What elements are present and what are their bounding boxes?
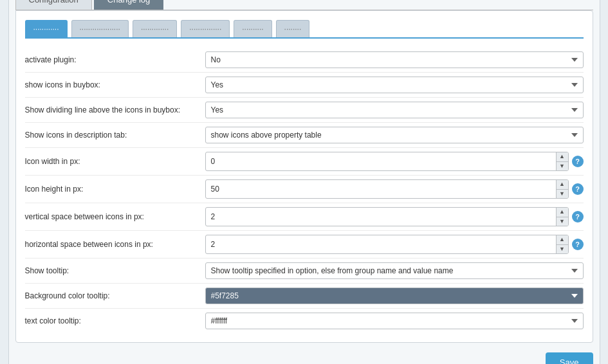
help-icon-horizontal_space[interactable]: ?	[572, 239, 584, 250]
spin-down-icon_height[interactable]: ▼	[557, 189, 568, 198]
help-icon-icon_width[interactable]: ?	[572, 156, 584, 167]
form-row-show_icons_description: Show icons in description tab:show icons…	[25, 123, 584, 148]
spin-up-horizontal_space[interactable]: ▲	[557, 235, 568, 244]
form-row-horizontal_space: horizontal space between icons in px:▲▼?	[25, 231, 584, 259]
form-row-activate_plugin: activate plugin:NoYes	[25, 48, 584, 73]
label-horizontal_space: horizontal space between icons in px:	[25, 240, 205, 249]
form-row-icon_width: Icon width in px:▲▼?	[25, 148, 584, 176]
control-wrap-activate_plugin: NoYes	[205, 51, 584, 68]
spin-buttons-horizontal_space: ▲▼	[556, 235, 568, 253]
spin-down-horizontal_space[interactable]: ▼	[557, 244, 568, 253]
label-icon_width: Icon width in px:	[25, 157, 205, 166]
tab-changelog[interactable]: Change log	[94, 0, 164, 10]
select-show_tooltip[interactable]: Show tooltip specified in option, else f…	[205, 262, 584, 279]
control-wrap-icon_width: ▲▼?	[205, 152, 584, 171]
spin-up-icon_height[interactable]: ▲	[557, 180, 568, 189]
save-button[interactable]: Save	[546, 352, 593, 365]
label-text_color_tooltip: text color tooltip:	[25, 316, 205, 325]
spin-buttons-icon_width: ▲▼	[556, 152, 568, 170]
control-wrap-vertical_space: ▲▼?	[205, 207, 584, 226]
spin-down-vertical_space[interactable]: ▼	[557, 217, 568, 226]
select-text_color_tooltip[interactable]: #ffffff	[205, 313, 584, 329]
number-wrap-vertical_space: ▲▼	[205, 207, 569, 226]
number-wrap-horizontal_space: ▲▼	[205, 235, 569, 254]
sub-tab-3[interactable]: ·············	[133, 20, 177, 37]
control-wrap-show_tooltip: Show tooltip specified in option, else f…	[205, 262, 584, 279]
form-row-show_tooltip: Show tooltip:Show tooltip specified in o…	[25, 259, 584, 284]
label-activate_plugin: activate plugin:	[25, 55, 205, 64]
form-row-show_dividing_line: Show dividing line above the icons in bu…	[25, 98, 584, 123]
help-icon-vertical_space[interactable]: ?	[572, 211, 584, 223]
spin-buttons-icon_height: ▲▼	[556, 180, 568, 198]
label-vertical_space: vertical space between icons in px:	[25, 212, 205, 221]
select-show_icons_description[interactable]: show icons above property tableNoYes	[205, 127, 584, 143]
spin-up-vertical_space[interactable]: ▲	[557, 208, 568, 217]
sub-tab-2[interactable]: ···················	[71, 20, 129, 37]
label-bg_color_tooltip: Background color tooltip:	[25, 291, 205, 300]
control-wrap-show_icons_description: show icons above property tableNoYes	[205, 127, 584, 143]
select-activate_plugin[interactable]: NoYes	[205, 51, 584, 68]
number-input-icon_height[interactable]	[206, 181, 556, 197]
tab-configuration[interactable]: Configuration	[15, 0, 92, 10]
label-show_icons_description: Show icons in description tab:	[25, 131, 205, 140]
form-rows: activate plugin:NoYesshow icons in buybo…	[25, 48, 584, 333]
form-row-show_icons_buybox: show icons in buybox:YesNo	[25, 73, 584, 98]
control-wrap-show_icons_buybox: YesNo	[205, 77, 584, 93]
form-row-bg_color_tooltip: Background color tooltip:#5f7285	[25, 284, 584, 309]
label-show_tooltip: Show tooltip:	[25, 266, 205, 275]
select-show_dividing_line[interactable]: YesNo	[205, 102, 584, 118]
control-wrap-horizontal_space: ▲▼?	[205, 235, 584, 254]
number-input-vertical_space[interactable]	[206, 209, 556, 224]
sub-tab-4[interactable]: ···············	[181, 20, 230, 37]
spin-up-icon_width[interactable]: ▲	[557, 152, 568, 161]
sub-tab-1[interactable]: ············	[25, 20, 68, 37]
sub-tabs: ············ ··················· ·······…	[25, 20, 584, 39]
spin-down-icon_width[interactable]: ▼	[557, 161, 568, 170]
outer-container: Configuration Change log ············ ··…	[8, 0, 600, 364]
sub-tab-6[interactable]: ········	[276, 20, 310, 37]
form-row-icon_height: Icon height in px:▲▼?	[25, 176, 584, 203]
label-show_dividing_line: Show dividing line above the icons in bu…	[25, 105, 205, 114]
sub-tab-5[interactable]: ··········	[234, 20, 272, 37]
number-input-horizontal_space[interactable]	[206, 237, 556, 252]
number-wrap-icon_width: ▲▼	[205, 152, 569, 171]
form-row-text_color_tooltip: text color tooltip:#ffffff	[25, 309, 584, 333]
main-card: ············ ··················· ·······…	[15, 10, 593, 343]
select-bg_color_tooltip[interactable]: #5f7285	[205, 287, 584, 304]
main-tabs: Configuration Change log	[15, 0, 593, 10]
control-wrap-text_color_tooltip: #ffffff	[205, 313, 584, 329]
control-wrap-icon_height: ▲▼?	[205, 179, 584, 199]
control-wrap-show_dividing_line: YesNo	[205, 102, 584, 118]
label-show_icons_buybox: show icons in buybox:	[25, 80, 205, 89]
spin-buttons-vertical_space: ▲▼	[556, 208, 568, 226]
form-row-vertical_space: vertical space between icons in px:▲▼?	[25, 203, 584, 231]
control-wrap-bg_color_tooltip: #5f7285	[205, 287, 584, 304]
select-show_icons_buybox[interactable]: YesNo	[205, 77, 584, 93]
number-input-icon_width[interactable]	[206, 154, 556, 169]
number-wrap-icon_height: ▲▼	[205, 179, 569, 199]
label-icon_height: Icon height in px:	[25, 185, 205, 194]
footer: Save	[15, 349, 593, 365]
help-icon-icon_height[interactable]: ?	[572, 183, 584, 195]
